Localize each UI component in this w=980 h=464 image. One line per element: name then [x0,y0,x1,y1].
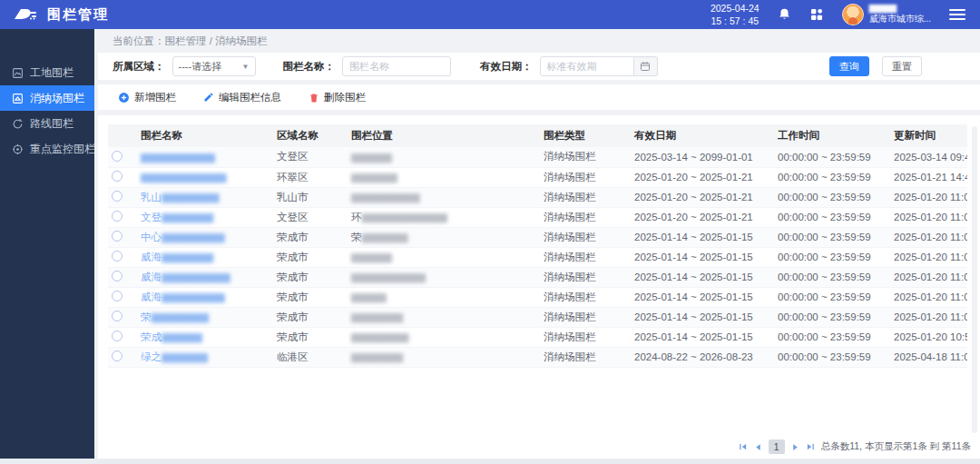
next-page-button[interactable] [791,443,799,451]
reset-button[interactable]: 重置 [882,56,922,76]
calendar-icon [640,61,651,72]
position-redacted: ▇▇▇▇▇▇▇▇ [351,173,397,183]
fence-area-icon [12,93,24,104]
prev-page-button[interactable] [754,443,762,451]
work-time-cell: 00:00:00 ~ 23:59:59 [774,227,890,247]
region-cell: 环翠区 [273,167,348,187]
region-cell: 荣成市 [273,227,348,247]
fence-type-cell: 消纳场围栏 [540,327,631,347]
row-radio[interactable] [112,251,122,262]
fence-name-link[interactable]: 威海▇▇▇▇▇▇▇▇▇ [141,252,212,262]
search-button[interactable]: 查询 [829,56,869,76]
position-redacted: ▇▇▇▇▇▇▇▇▇▇▇▇▇ [351,272,424,282]
update-time-cell: 2025-01-20 11:02:24 [890,287,967,307]
fence-name-link[interactable]: 荣成▇▇▇▇▇▇▇ [141,331,201,342]
table-row: 威海▇▇▇▇▇▇▇▇▇▇▇▇ 荣成市 ▇▇▇▇▇▇▇▇▇▇▇▇▇ 消纳场围栏 2… [108,267,967,287]
table-row: ▇▇▇▇▇▇▇▇▇▇▇▇▇ 文登区 ▇▇▇▇▇▇▇ 消纳场围栏 2025-03-… [108,147,967,167]
fence-name-input[interactable] [342,56,451,76]
pagination: 1 总条数11, 本页显示第1条 到 第11条 [739,439,971,454]
fence-name-redacted: ▇▇▇▇▇▇▇▇▇▇ [162,193,218,202]
fence-name-link[interactable]: 中心▇▇▇▇▇▇▇▇▇▇▇ [141,232,223,242]
bell-icon[interactable] [778,7,791,22]
plus-circle-icon [118,92,130,104]
fence-type-cell: 消纳场围栏 [540,307,631,327]
date-text: 2025-04-24 [710,2,760,15]
table-action-bar: 新增围栏 编辑围栏信息 删除围栏 [98,84,980,110]
fence-type-cell: 消纳场围栏 [540,227,631,247]
valid-date-input[interactable] [540,56,634,76]
topbar: 围栏管理 2025-04-24 15 : 57 : 45 ▇▇▇▇▇ [0,0,980,29]
first-page-button[interactable] [739,442,748,451]
avatar[interactable] [842,4,864,25]
fence-name-link[interactable]: ▇▇▇▇▇▇▇▇▇▇▇▇▇ [141,152,213,163]
fence-name-link[interactable]: 威海▇▇▇▇▇▇▇▇▇▇▇ [141,291,223,302]
update-time-cell: 2025-01-20 11:02:15 [890,307,967,327]
monitor-target-icon [12,143,24,155]
fence-type-cell: 消纳场围栏 [540,167,631,187]
row-radio[interactable] [112,291,122,301]
user-profile[interactable]: ▇▇▇▇▇ 威海市城市综... [842,4,931,25]
radio-column-header [108,124,137,147]
region-cell: 荣成市 [273,327,348,347]
row-radio[interactable] [112,331,122,341]
filter-bar: 所属区域： ----请选择 ▼ 围栏名称： 有效日期： 查询 重置 [98,53,980,80]
fence-name-link[interactable]: 绿之▇▇▇▇▇▇▇▇ [141,351,207,362]
sidebar-item-disposal-site-fence[interactable]: 消纳场围栏 [0,85,94,111]
col-work-time: 工作时间 [774,124,890,147]
col-valid-date: 有效日期 [631,124,774,147]
sidebar-item-construction-fence[interactable]: 工地围栏 [0,60,94,85]
vertical-scrollbar[interactable] [972,126,977,433]
position-visible: 荣 [351,232,362,242]
region-select[interactable]: ----请选择 ▼ [172,56,256,76]
fence-name-visible: 威海 [141,271,162,282]
row-radio[interactable] [112,311,122,321]
calendar-icon-button[interactable] [634,56,658,76]
row-radio[interactable] [112,271,122,281]
fence-type-cell: 消纳场围栏 [540,267,631,287]
work-time-cell: 00:00:00 ~ 23:59:59 [774,327,890,347]
delete-fence-button[interactable]: 删除围栏 [309,91,366,104]
last-page-button[interactable] [806,442,815,451]
fence-type-cell: 消纳场围栏 [540,247,631,267]
position-redacted: ▇▇▇▇▇▇▇ [351,153,390,163]
fence-name-link[interactable]: ▇▇▇▇▇▇▇▇▇▇▇▇▇▇▇ [141,172,225,183]
row-radio[interactable] [112,151,122,162]
add-fence-button[interactable]: 新增围栏 [118,91,176,104]
position-redacted: ▇▇▇▇▇▇▇▇▇▇▇▇▇▇▇ [362,212,446,222]
row-radio[interactable] [112,350,122,361]
fence-name-link[interactable]: 威海▇▇▇▇▇▇▇▇▇▇▇▇ [141,271,229,282]
row-radio[interactable] [112,171,122,182]
fence-type-cell: 消纳场围栏 [540,147,631,167]
time-text: 15 : 57 : 45 [710,15,760,27]
position-visible: 环 [351,212,362,222]
row-radio[interactable] [112,231,122,242]
edit-fence-button[interactable]: 编辑围栏信息 [203,91,281,104]
row-radio[interactable] [112,211,122,222]
region-cell: 文登区 [273,147,348,167]
delete-fence-label: 删除围栏 [324,91,366,104]
app-logo-group: 围栏管理 [0,6,109,24]
col-fence-type: 围栏类型 [540,124,631,147]
valid-date-cell: 2025-01-14 ~ 2025-01-15 [631,267,774,287]
update-time-cell: 2025-01-20 11:00:00 [890,187,967,207]
fence-name-link[interactable]: 乳山▇▇▇▇▇▇▇▇▇▇ [141,192,218,202]
position-redacted: ▇▇▇▇▇▇ [351,292,385,302]
sidebar-item-key-monitoring-fence[interactable]: 重点监控围栏 [0,136,94,162]
hamburger-menu-icon[interactable] [949,9,965,20]
work-time-cell: 00:00:00 ~ 23:59:59 [774,267,890,287]
region-cell: 荣成市 [273,247,348,267]
fence-name-link[interactable]: 荣▇▇▇▇▇▇▇▇▇▇ [141,311,207,322]
valid-date-cell: 2025-01-14 ~ 2025-01-15 [631,327,774,347]
update-time-cell: 2025-01-20 11:02:35 [890,267,967,287]
fence-name-visible: 威海 [141,291,162,302]
update-time-cell: 2025-01-20 10:59:30 [890,327,967,347]
row-radio[interactable] [112,191,122,202]
sidebar-item-label: 路线围栏 [30,116,74,132]
page-number[interactable]: 1 [769,439,785,454]
apps-grid-icon[interactable] [809,7,824,22]
valid-date-cell: 2025-01-20 ~ 2025-01-21 [631,207,774,227]
region-cell: 乳山市 [273,187,348,207]
fence-name-link[interactable]: 文登▇▇▇▇▇▇▇▇▇ [141,212,212,222]
sidebar-item-route-fence[interactable]: 路线围栏 [0,111,94,136]
fence-name-redacted: ▇▇▇▇▇▇▇ [162,332,201,342]
